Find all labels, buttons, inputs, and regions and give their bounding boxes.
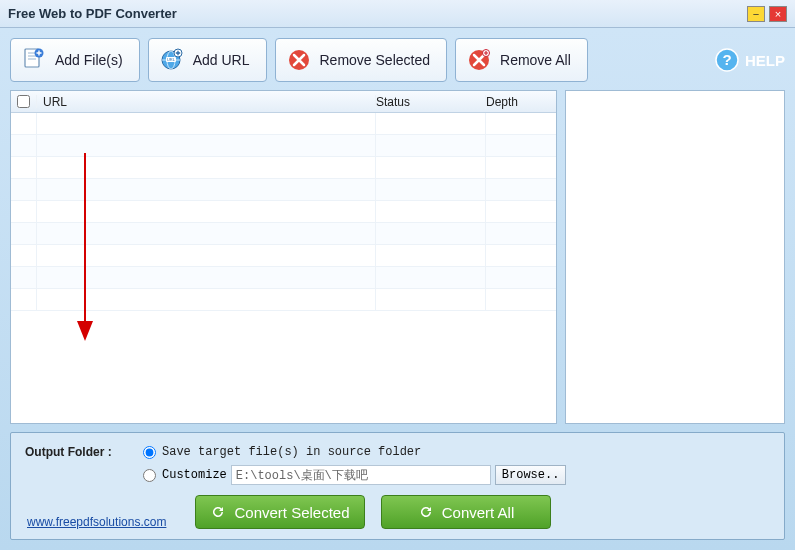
preview-panel [565,90,785,424]
url-table: URL Status Depth [10,90,557,424]
document-add-icon [21,47,47,73]
add-files-button[interactable]: Add File(s) [10,38,140,82]
content-row: URL Status Depth [10,90,785,424]
refresh-icon [210,504,226,520]
button-label: Convert All [442,504,515,521]
header-checkbox-cell [11,95,37,108]
app-window: Free Web to PDF Converter − × Add File(s… [0,0,795,550]
output-folder-label: Output Folder : [25,445,133,459]
remove-all-button[interactable]: Remove All [455,38,588,82]
convert-buttons: Convert Selected Convert All [195,495,770,529]
column-depth[interactable]: Depth [486,95,556,109]
refresh-icon [418,504,434,520]
add-url-button[interactable]: URL Add URL [148,38,267,82]
column-status[interactable]: Status [376,95,486,109]
output-path-input[interactable] [231,465,491,485]
button-label: Add URL [193,52,250,68]
save-source-radio[interactable] [143,446,156,459]
save-source-option[interactable]: Save target file(s) in source folder [143,445,421,459]
save-source-label: Save target file(s) in source folder [162,445,421,459]
button-label: Add File(s) [55,52,123,68]
window-title: Free Web to PDF Converter [8,6,747,21]
close-button[interactable]: × [769,6,787,22]
help-button[interactable]: ? HELP [715,48,785,72]
table-header: URL Status Depth [11,91,556,113]
client-area: Add File(s) URL Add URL Remove Selected … [0,28,795,550]
svg-marker-17 [77,321,93,341]
browse-button[interactable]: Browse.. [495,465,567,485]
svg-text:?: ? [722,51,731,68]
footer-link[interactable]: www.freepdfsolutions.com [27,515,166,529]
toolbar: Add File(s) URL Add URL Remove Selected … [10,38,785,82]
remove-all-icon [466,47,492,73]
customize-option[interactable]: Customize [143,468,227,482]
remove-icon [286,47,312,73]
select-all-checkbox[interactable] [17,95,30,108]
convert-all-button[interactable]: Convert All [381,495,551,529]
button-label: Remove Selected [320,52,431,68]
table-body[interactable] [11,113,556,423]
customize-radio[interactable] [143,469,156,482]
titlebar: Free Web to PDF Converter − × [0,0,795,28]
column-url[interactable]: URL [37,95,376,109]
button-label: Remove All [500,52,571,68]
button-label: Convert Selected [234,504,349,521]
help-label: HELP [745,52,785,69]
output-panel: Output Folder : Save target file(s) in s… [10,432,785,540]
help-icon: ? [715,48,739,72]
svg-text:URL: URL [167,57,176,62]
convert-selected-button[interactable]: Convert Selected [195,495,365,529]
customize-label: Customize [162,468,227,482]
remove-selected-button[interactable]: Remove Selected [275,38,448,82]
minimize-button[interactable]: − [747,6,765,22]
globe-add-icon: URL [159,47,185,73]
window-controls: − × [747,6,787,22]
